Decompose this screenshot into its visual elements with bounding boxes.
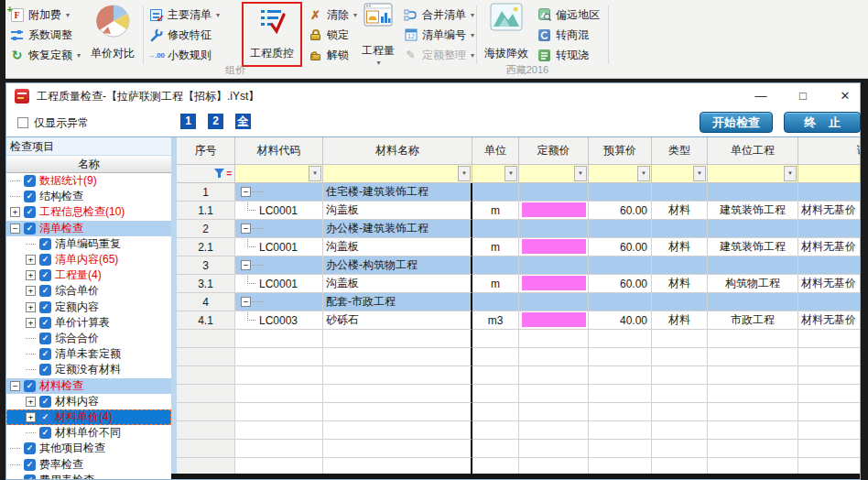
filter-cell[interactable]: ▼ — [472, 165, 519, 183]
tree-item[interactable]: +✓工程信息检查(10) — [6, 204, 171, 220]
remote-area-button[interactable]: 偏远地区 — [537, 5, 600, 24]
table-row-group[interactable]: 4−配套-市政工程 — [177, 293, 860, 311]
tree-item[interactable]: ✓综合合价 — [6, 331, 171, 346]
checked-checkbox[interactable]: ✓ — [24, 459, 36, 471]
tree-item[interactable]: +✓综合单价 — [6, 283, 171, 299]
list-number-button[interactable]: 12 清单编号 ▾ — [403, 26, 474, 44]
quality-control-button[interactable]: 工程质控 — [242, 2, 302, 67]
lock-button[interactable]: 锁定 — [308, 26, 349, 44]
table-row-item[interactable]: 4.1LC0003砂砾石m340.00材料市政工程材料无基价 — [177, 311, 860, 330]
checked-checkbox[interactable]: ✓ — [39, 301, 51, 313]
tree-item[interactable]: +✓材料单价(4) — [6, 409, 171, 425]
merge-list-button[interactable]: 合并清单 ▾ — [403, 5, 474, 24]
tree-item[interactable]: −✓材料检查 — [6, 378, 171, 394]
expand-plus-icon[interactable]: + — [10, 207, 20, 217]
checked-checkbox[interactable]: ✓ — [39, 427, 51, 439]
tree-item[interactable]: +✓清单内容(65) — [6, 252, 171, 267]
tree-item[interactable]: ✓费用表检查 — [6, 473, 171, 479]
checked-checkbox[interactable]: ✓ — [24, 442, 36, 454]
collapse-minus-icon[interactable]: − — [241, 260, 251, 270]
page-button-2[interactable]: 2 — [208, 114, 223, 129]
filter-cell[interactable]: ▼ — [589, 165, 652, 183]
filter-dropdown-button[interactable]: ▼ — [574, 166, 587, 181]
quantity-button[interactable]: 工程量 ▾ — [357, 3, 399, 67]
tree-item[interactable]: ✓结构检查 — [6, 189, 171, 204]
to-cast-in-place-button[interactable]: 转现浇 — [537, 46, 589, 64]
checked-checkbox[interactable]: ✓ — [24, 380, 36, 392]
filter-dropdown-button[interactable]: ▼ — [505, 166, 517, 181]
expand-plus-icon[interactable]: + — [26, 270, 36, 280]
modify-feature-button[interactable]: 修改特征 — [148, 26, 212, 44]
to-commercial-mix-button[interactable]: 转商混 — [537, 26, 589, 44]
collapse-minus-icon[interactable]: − — [241, 224, 251, 234]
tree-item[interactable]: ✓其他项目检查 — [6, 441, 171, 456]
checked-checkbox[interactable]: ✓ — [39, 269, 51, 281]
close-button[interactable]: ✕ — [834, 83, 856, 109]
filter-cell[interactable]: ▼ — [708, 165, 798, 183]
filter-dropdown-button[interactable]: ▼ — [637, 166, 650, 181]
only-abnormal-checkbox[interactable] — [17, 117, 28, 128]
tree-item[interactable]: ✓清单编码重复 — [6, 236, 171, 252]
collapse-minus-icon[interactable]: − — [241, 297, 251, 307]
tree-item[interactable]: ✓费率检查 — [6, 457, 171, 473]
checked-checkbox[interactable]: ✓ — [39, 396, 51, 408]
checked-checkbox[interactable]: ✓ — [24, 475, 36, 479]
checked-checkbox[interactable]: ✓ — [24, 223, 36, 235]
start-check-button[interactable]: 开始检查 — [700, 112, 773, 133]
collapse-minus-icon[interactable]: − — [241, 187, 251, 197]
column-header[interactable]: 材料名称 — [323, 137, 472, 165]
filter-cell[interactable]: ▼ — [519, 165, 589, 183]
tree-item[interactable]: +✓定额内容 — [6, 300, 171, 315]
expand-plus-icon[interactable]: + — [26, 302, 36, 312]
column-header[interactable]: 材料代码 — [235, 137, 323, 165]
expand-plus-icon[interactable]: + — [26, 318, 36, 328]
tree-item[interactable]: +✓单价计算表 — [6, 315, 171, 331]
checked-checkbox[interactable]: ✓ — [24, 191, 36, 202]
checked-checkbox[interactable]: ✓ — [39, 317, 51, 329]
table-row-group[interactable]: 1−住宅楼-建筑装饰工程 — [177, 183, 860, 202]
column-header[interactable]: 单位 — [472, 137, 519, 165]
coefficient-adjust-button[interactable]: 系数调整 — [9, 26, 72, 44]
table-row-group[interactable]: 3−办公楼-构筑物工程 — [177, 256, 860, 275]
expand-plus-icon[interactable]: + — [26, 397, 36, 407]
expand-plus-icon[interactable]: + — [26, 412, 36, 422]
altitude-effect-button[interactable]: 海拔降效 — [482, 3, 531, 61]
filter-cell[interactable]: ▼ — [235, 165, 323, 183]
column-header[interactable]: 预算价 — [589, 137, 652, 165]
minimize-button[interactable]: — — [750, 83, 772, 109]
page-button-全[interactable]: 全 — [235, 114, 251, 129]
table-row-item[interactable]: 1.1LC0001沟盖板m60.00材料建筑装饰工程材料无基价 — [177, 202, 860, 220]
tree-item[interactable]: −✓清单检查 — [6, 221, 171, 236]
maximize-button[interactable]: □ — [792, 83, 814, 109]
checked-checkbox[interactable]: ✓ — [39, 238, 51, 250]
checked-checkbox[interactable]: ✓ — [39, 254, 51, 266]
tree-item[interactable]: +✓工程量(4) — [6, 267, 171, 283]
page-button-1[interactable]: 1 — [180, 114, 196, 129]
checked-checkbox[interactable]: ✓ — [24, 175, 36, 187]
column-header[interactable]: 单位工程 — [708, 137, 798, 165]
decimal-rule-button[interactable]: →.00 小数规则 — [148, 46, 212, 64]
tree-item[interactable]: ✓定额没有材料 — [6, 362, 171, 377]
filter-cell[interactable]: ▼ — [323, 165, 472, 183]
column-header[interactable]: 序号 — [177, 137, 235, 165]
column-header[interactable]: 说明 — [798, 137, 860, 165]
filter-cell[interactable]: ▼ — [652, 165, 708, 183]
filter-dropdown-button[interactable]: ▼ — [309, 166, 321, 181]
expand-plus-icon[interactable]: + — [26, 255, 36, 265]
tree-item[interactable]: ✓数据统计(9) — [6, 173, 171, 189]
filter-dropdown-button[interactable]: ▼ — [458, 166, 471, 181]
checked-checkbox[interactable]: ✓ — [39, 348, 51, 360]
table-row-item[interactable]: 3.1LC0001沟盖板m60.00材料构筑物工程材料无基价 — [177, 275, 860, 293]
unlock-button[interactable]: 解锁 — [308, 46, 349, 64]
column-header[interactable]: 类型 — [652, 137, 708, 165]
table-row-group[interactable]: 2−办公楼-建筑装饰工程 — [177, 220, 860, 238]
filter-dropdown-button[interactable]: ▼ — [693, 166, 706, 181]
collapse-minus-icon[interactable]: − — [10, 381, 20, 391]
unit-price-compare-button[interactable]: 单价对比 — [86, 3, 139, 61]
table-row-item[interactable]: 2.1LC0001沟盖板m60.00材料建筑装饰工程材料无基价 — [177, 238, 860, 256]
column-header[interactable]: 定额价 — [519, 137, 589, 165]
stop-button[interactable]: 终 止 — [784, 112, 861, 133]
checked-checkbox[interactable]: ✓ — [24, 206, 36, 218]
tree-item[interactable]: ✓清单未套定额 — [6, 346, 171, 362]
expand-plus-icon[interactable]: + — [26, 286, 36, 296]
